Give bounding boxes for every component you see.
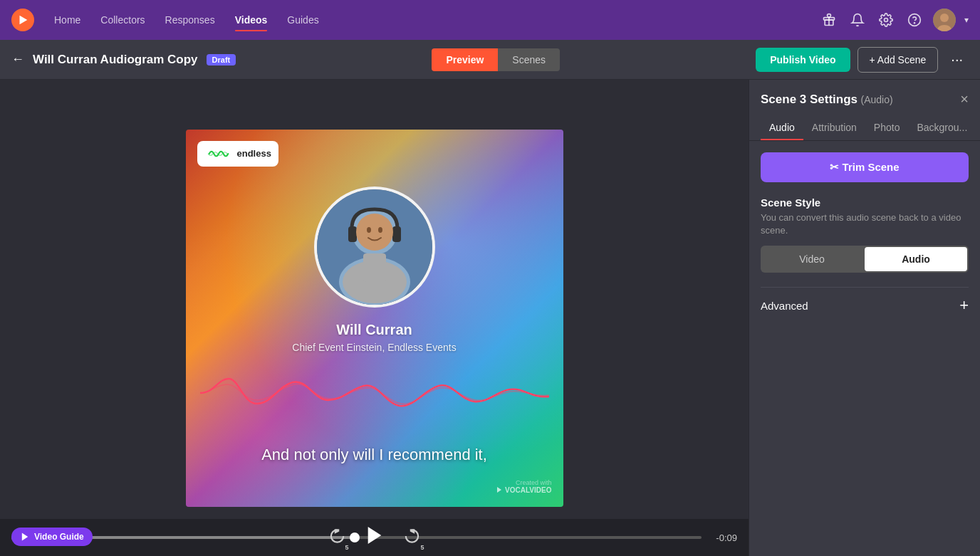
top-navigation: Home Collectors Responses Videos Guides [0,0,980,40]
project-title: Will Curran Audiogram Copy [33,53,198,67]
nav-videos[interactable]: Videos [226,10,276,30]
style-video-button[interactable]: Video [761,246,863,273]
video-caption: And not only will I recommend it, [261,446,487,464]
toolbar-right: Publish Video + Add Scene ··· [756,47,969,73]
gift-icon[interactable] [819,10,839,30]
panel-close-button[interactable]: × [960,91,969,107]
svg-point-16 [378,227,382,233]
user-avatar[interactable] [933,9,956,31]
progress-filled [47,536,355,539]
speaker-avatar [314,187,435,308]
advanced-expand-icon: + [959,296,969,315]
editor-toolbar: ← Will Curran Audiogram Copy Draft Previ… [0,40,980,80]
panel-header: Scene 3 Settings (Audio) × [749,80,980,107]
svg-rect-18 [363,253,386,282]
playback-controls: 5 5 [328,524,422,552]
brand-logo: endless [197,141,278,167]
watermark-brand: VOCALVIDEO [505,486,551,494]
rewind-button[interactable]: 5 [328,527,346,550]
nav-home[interactable]: Home [46,10,89,30]
advanced-label: Advanced [761,300,808,312]
tab-background[interactable]: Backgrou... [908,116,976,140]
app-logo[interactable] [11,9,34,31]
svg-marker-0 [20,16,28,25]
main-area: endless [0,80,980,556]
svg-point-3 [885,19,888,22]
time-remaining: -0:09 [711,533,737,543]
svg-marker-19 [497,487,501,493]
svg-point-14 [356,214,393,251]
trim-scene-button[interactable]: ✂ Trim Scene [761,152,969,182]
more-options-button[interactable]: ··· [945,48,969,70]
publish-button[interactable]: Publish Video [756,48,850,72]
svg-point-7 [940,14,949,22]
scene-style-title: Scene Style [761,196,969,209]
play-button[interactable] [363,524,386,552]
scenes-button[interactable]: Scenes [498,48,560,71]
tab-audio[interactable]: Audio [761,116,803,140]
speaker-title: Chief Event Einstein, Endless Events [292,342,456,353]
video-frame: endless [186,130,563,507]
logo-text: endless [237,148,271,159]
video-guide-label: Video Guide [34,532,84,542]
svg-marker-29 [368,527,381,544]
svg-point-15 [367,227,371,233]
scene-settings-panel: Scene 3 Settings (Audio) × Audio Attribu… [749,80,980,556]
svg-marker-20 [22,533,28,540]
draft-badge: Draft [207,54,236,65]
advanced-section[interactable]: Advanced + [761,287,969,323]
scene-style-desc: You can convert this audio scene back to… [761,211,969,237]
user-menu-chevron[interactable]: ▾ [964,15,969,25]
panel-content: ✂ Trim Scene Scene Style You can convert… [749,141,980,556]
settings-icon[interactable] [876,10,896,30]
audio-waveform [200,364,549,421]
svg-rect-12 [348,226,357,242]
video-watermark: Created with VOCALVIDEO [496,479,551,494]
nav-links: Home Collectors Responses Videos Guides [46,10,813,30]
panel-tabs: Audio Attribution Photo Backgrou... [749,107,980,141]
topnav-right: ▾ [819,9,969,31]
style-audio-button[interactable]: Audio [865,247,967,271]
nav-responses[interactable]: Responses [157,10,224,30]
nav-collectors[interactable]: Collectors [92,10,153,30]
nav-guides[interactable]: Guides [278,10,327,30]
panel-title: Scene 3 Settings (Audio) [761,93,893,107]
tab-photo[interactable]: Photo [865,116,909,140]
speaker-name: Will Curran [336,322,412,338]
video-preview-area: endless [0,80,749,556]
tab-attribution[interactable]: Attribution [803,116,865,140]
back-button[interactable]: ← [11,52,24,67]
style-toggle: Video Audio [761,246,969,273]
forward-button[interactable]: 5 [403,527,422,550]
video-guide-button[interactable]: Video Guide [11,528,93,546]
preview-scenes-group: Preview Scenes [244,48,747,71]
notification-icon[interactable] [848,10,867,30]
add-scene-button[interactable]: + Add Scene [858,47,939,73]
help-icon[interactable] [905,10,924,30]
svg-rect-13 [392,226,401,242]
preview-button[interactable]: Preview [432,48,498,71]
